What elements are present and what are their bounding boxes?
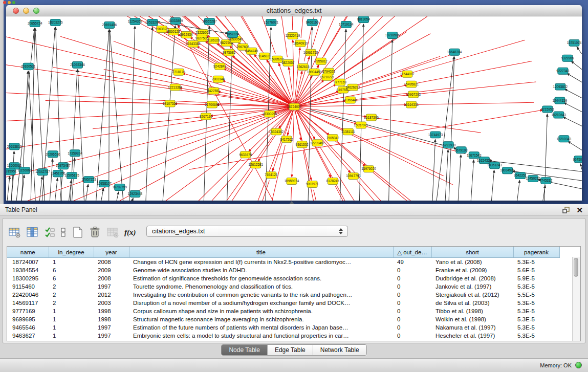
graph-node-label: 10655287 [202,19,217,23]
table-row[interactable]: 946554611997Estimation of the future num… [7,323,559,332]
import-table-icon[interactable] [106,225,120,239]
graph-node-label: 10590546 [228,37,243,41]
table-row[interactable]: 2242004622012Investigating the contribut… [7,291,559,299]
table-cell: Tibbo et al. (1998) [431,307,513,315]
graph-node-label: 17359924 [68,151,82,155]
row-height-icon[interactable] [60,225,67,239]
table-cell: Yano et al. (2008) [431,258,513,267]
function-builder-icon[interactable]: f(x) [124,225,136,239]
column-visibility-icon[interactable] [44,225,55,239]
graph-edge [568,141,582,150]
new-table-icon[interactable] [72,225,84,239]
table-cell: 0 [393,274,431,282]
table-cell: 5.3E-5 [513,307,559,315]
table-row[interactable]: 969969511998Structural magnetic resonanc… [7,315,559,323]
graph-node-label: 8267130 [200,115,212,118]
splitter-handle[interactable] [289,201,294,204]
app-close-button[interactable] [3,1,6,4]
graph-node-label: 7745312 [539,179,552,182]
graph-edge [564,103,582,112]
graph-node-label: 9227343 [556,69,569,73]
graph-node-label: 16210643 [552,113,567,117]
table-row[interactable]: 1830029562008Estimation of significance … [7,274,559,282]
graph-node-label: 15495821 [404,82,419,86]
table-cell: 9699695 [7,315,49,323]
graph-node-label: 7654125 [265,173,277,177]
graph-edge [417,61,532,83]
graph-node-label: 19904458 [307,70,322,74]
tab-network-table[interactable]: Network Table [313,345,366,355]
graph-edge [6,107,294,149]
table-row[interactable]: 1456911722003Disruption of a novel membe… [7,299,559,307]
table-row[interactable]: 1938455462009Genome-wide association stu… [7,266,559,274]
citation-network-graph[interactable]: 1872400779638228860128891293423226058982… [6,16,582,201]
graph-node-label: 20655724 [28,21,42,25]
graph-edge [53,68,169,86]
column-header-3[interactable]: title [129,247,393,258]
delete-table-icon[interactable] [89,225,102,239]
graph-node-label: 15324362 [269,130,284,134]
table-cell: Changes of HCN gene expression and I(f) … [129,258,393,267]
table-row[interactable]: 1872400712008Changes of HCN gene express… [7,258,559,267]
column-header-0[interactable]: name [7,247,49,258]
table-cell: 2 [49,291,94,299]
graph-node-label: 8215953 [541,107,554,111]
graph-edge [290,16,292,30]
graph-edge [314,190,337,201]
table-cell: 0 [393,282,431,291]
graph-node-label: 7905342 [326,136,339,140]
table-row[interactable]: 911546021997Tourette syndrome. Phenomeno… [7,282,559,291]
table-select[interactable]: citations_edges.txt [146,226,348,237]
table-cell: Embryonic stem cells: a model to study s… [129,332,393,340]
network-window-titlebar[interactable]: citations_edges.txt [6,5,582,16]
graph-node-label: 9329966 [561,56,574,60]
table-settings-icon[interactable] [8,225,21,239]
graph-node-label: 9242848 [213,64,226,68]
app-minimize-button[interactable] [8,1,11,4]
table-cell: 18724007 [7,258,49,267]
table-row[interactable]: 977716911998Corpus callosum shape and si… [7,307,559,315]
graph-node-label: 16210221 [320,75,335,79]
graph-node-label: 15276021 [264,20,279,24]
graph-edge [345,34,430,80]
node-table-body: 1872400712008Changes of HCN gene express… [7,258,559,340]
desktop-left-edge [0,0,4,204]
app-zoom-button[interactable] [12,1,15,4]
graph-node-label: 10351243 [487,164,502,167]
memory-status-indicator[interactable] [575,362,582,368]
select-columns-icon[interactable] [26,225,39,239]
graph-edge [96,30,109,201]
table-cell: Disruption of a novel member of a sodium… [129,299,393,307]
select-stepper-icon [339,228,343,235]
graph-node-label: 11254369 [128,19,142,23]
table-cell: 1 [49,323,94,332]
graph-node-label: 6822057 [281,61,294,64]
graph-node-label: 3915951 [6,169,17,173]
graph-edge [491,170,494,201]
column-header-5[interactable]: short [431,247,513,258]
tab-node-table[interactable]: Node Table [222,345,268,355]
graph-node-label: 9146821 [258,54,271,58]
table-cell: 5.3E-5 [513,282,559,291]
graph-node-label: 15976020 [361,167,376,170]
graph-edge [50,159,52,201]
graph-node-label: 10975487 [56,164,71,168]
application-window: citations_edges.txt 18724007796382288601… [0,0,588,372]
graph-node-label: 16791938 [441,143,456,147]
graph-edge [101,188,103,201]
vertical-scrollbar[interactable] [572,257,580,341]
table-cell: 1 [49,307,94,315]
scrollbar-thumb[interactable] [574,258,578,277]
column-header-2[interactable]: year [94,247,129,258]
float-panel-icon[interactable] [562,207,570,213]
table-row[interactable]: 946362711997Embryonic stem cells: a mode… [7,332,559,340]
graph-node-label: 19218506 [385,33,400,37]
tab-edge-table[interactable]: Edge Table [268,345,313,355]
graph-node-label: 10719134 [339,23,354,26]
table-cell: 6 [49,274,94,282]
network-canvas[interactable]: 1872400779638228860128891293423226058982… [6,16,582,201]
column-header-4[interactable]: △ out_de… [393,247,431,258]
close-panel-icon[interactable]: ✕ [576,206,583,214]
column-header-6[interactable]: pagerank [513,247,559,258]
column-header-1[interactable]: in_degree [49,247,94,258]
